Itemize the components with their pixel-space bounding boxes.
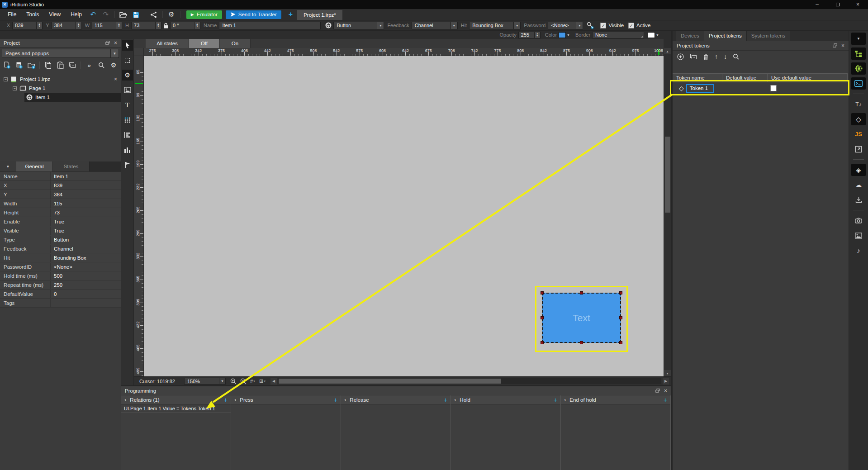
open-icon[interactable]: [118, 10, 129, 19]
color-dropdown-arrow[interactable]: ▼: [567, 33, 570, 37]
zoom-out-icon[interactable]: [240, 377, 247, 386]
add-action-button[interactable]: +: [664, 396, 667, 404]
x-spinner[interactable]: 839▲▼: [12, 22, 43, 29]
snap-options-icon[interactable]: ⊞▼: [259, 377, 266, 386]
property-row[interactable]: DefaultValue0: [0, 290, 121, 299]
active-checkbox[interactable]: ✓: [628, 23, 634, 28]
sound-icon[interactable]: ♪: [851, 244, 866, 256]
scrollbar-thumb[interactable]: [279, 379, 501, 384]
token-settings-icon[interactable]: ◈: [851, 164, 866, 176]
grid-options-icon[interactable]: #▼: [250, 377, 256, 386]
float-panel-icon[interactable]: [655, 388, 660, 394]
tree-close-icon[interactable]: ×: [114, 76, 117, 82]
align-tool[interactable]: [122, 129, 133, 140]
add-page-icon[interactable]: [3, 61, 11, 69]
password-dropdown[interactable]: <None>▼: [548, 22, 583, 29]
add-popup-icon[interactable]: [15, 61, 23, 69]
maximize-button[interactable]: [827, 0, 848, 9]
property-row[interactable]: Height73: [0, 208, 121, 217]
close-panel-icon[interactable]: ×: [841, 43, 844, 49]
border-color-arrow[interactable]: ▼: [656, 33, 659, 37]
opacity-spinner[interactable]: 255▲▼: [518, 32, 541, 38]
property-value[interactable]: Item 1: [51, 174, 68, 179]
redo-icon[interactable]: ↷: [100, 10, 111, 19]
property-value[interactable]: 250: [51, 282, 62, 288]
send-to-transfer-button[interactable]: Send to Transfer: [226, 10, 281, 19]
lock-icon[interactable]: [163, 23, 168, 28]
add-circle-icon[interactable]: [677, 53, 684, 60]
property-row[interactable]: VisibleTrue: [0, 226, 121, 235]
visible-checkbox[interactable]: ✓: [600, 23, 606, 28]
close-button[interactable]: ×: [848, 0, 868, 9]
column-header-release[interactable]: ›Release+: [341, 395, 451, 404]
property-row[interactable]: TypeButton: [0, 235, 121, 244]
close-panel-icon[interactable]: ×: [664, 388, 667, 394]
color-swatch[interactable]: [559, 32, 566, 38]
cloud-icon[interactable]: ☁: [851, 179, 866, 191]
zoom-region-tool[interactable]: [122, 55, 133, 66]
canvas-vertical-scrollbar[interactable]: ▲ ▼: [664, 48, 671, 376]
add-action-button[interactable]: +: [444, 396, 447, 404]
property-row[interactable]: Repeat time (ms)250: [0, 280, 121, 290]
minimize-button[interactable]: –: [807, 0, 827, 9]
settings-icon[interactable]: ⚙: [166, 10, 177, 19]
add-action-button[interactable]: +: [334, 396, 337, 404]
project-tree-icon[interactable]: [851, 47, 866, 60]
scroll-right-button[interactable]: ▶: [663, 378, 669, 385]
search-icon[interactable]: [733, 53, 739, 60]
property-row[interactable]: NameItem 1: [0, 172, 121, 181]
property-value[interactable]: Button: [51, 237, 69, 242]
property-value[interactable]: True: [51, 228, 64, 233]
height-spinner[interactable]: 73▲▼: [131, 22, 161, 29]
scroll-left-button[interactable]: ◀: [270, 378, 277, 385]
image-tool[interactable]: [122, 85, 133, 95]
column-header-end-of-hold[interactable]: ›End of hold+: [561, 395, 670, 404]
trash-icon[interactable]: [703, 53, 709, 60]
property-value[interactable]: True: [51, 219, 64, 224]
property-value[interactable]: 73: [51, 210, 60, 215]
new-tab-button[interactable]: +: [289, 10, 293, 19]
share-icon[interactable]: [148, 10, 159, 19]
key-icon[interactable]: [587, 22, 594, 29]
property-value[interactable]: Bounding Box: [51, 255, 86, 261]
width-spinner[interactable]: 115▲▼: [92, 22, 122, 29]
collapse-expander-icon[interactable]: −: [13, 86, 17, 90]
property-row[interactable]: EnableTrue: [0, 217, 121, 226]
relation-item[interactable]: UI.Page 1.Item 1.Value = Tokens.Token 1: [121, 404, 231, 413]
document-tab[interactable]: Project 1.irpz*: [297, 10, 342, 20]
tree-item-project[interactable]: − Project 1.irpz ×: [0, 75, 121, 84]
column-header-hold[interactable]: ›Hold+: [451, 395, 560, 404]
add-folder-icon[interactable]: [27, 61, 35, 69]
name-field[interactable]: Item 1: [219, 22, 321, 29]
property-row[interactable]: Tags: [0, 299, 121, 308]
copy-icon[interactable]: [44, 61, 52, 69]
property-value[interactable]: 0: [51, 291, 57, 297]
feedback-dropdown[interactable]: Channel▼: [412, 22, 458, 29]
property-row[interactable]: HitBounding Box: [0, 253, 121, 262]
save-icon[interactable]: [131, 10, 142, 19]
tree-item-page[interactable]: − Page 1: [0, 84, 121, 93]
type-dropdown[interactable]: Button▼: [333, 22, 384, 29]
add-action-button[interactable]: +: [224, 396, 228, 404]
menu-view[interactable]: View: [44, 11, 66, 18]
float-panel-icon[interactable]: [105, 40, 110, 46]
levels-tool[interactable]: [122, 144, 133, 155]
hit-dropdown[interactable]: Bounding Box▼: [469, 22, 521, 29]
border-color-swatch[interactable]: [648, 32, 655, 38]
property-value[interactable]: 500: [51, 273, 62, 279]
property-row[interactable]: Y384: [0, 190, 121, 199]
script-terminal-icon[interactable]: [851, 77, 866, 90]
scroll-down-button[interactable]: ▼: [664, 370, 671, 376]
duplicate-icon[interactable]: [690, 53, 697, 60]
object-settings-tool[interactable]: ⚙: [122, 70, 133, 81]
border-dropdown[interactable]: None: [592, 32, 644, 38]
js-icon[interactable]: JS: [851, 128, 866, 140]
gear-icon[interactable]: ⚙: [109, 61, 118, 69]
zoom-dropdown[interactable]: 150%▼: [184, 378, 226, 385]
add-action-button[interactable]: +: [554, 396, 557, 404]
property-value[interactable]: Channel: [51, 246, 73, 252]
import-icon[interactable]: [851, 194, 866, 206]
angle-spinner[interactable]: 0 °▲▼: [170, 22, 200, 29]
paste-icon[interactable]: [56, 61, 64, 69]
undo-icon[interactable]: ↶: [88, 10, 99, 19]
